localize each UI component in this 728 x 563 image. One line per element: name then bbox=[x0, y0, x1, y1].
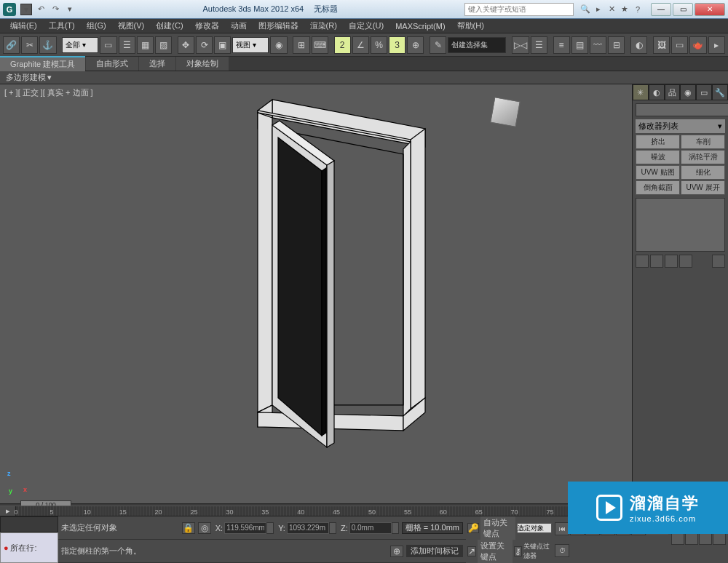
key-icon[interactable]: 🔑 bbox=[467, 523, 479, 533]
panel-tab-motion[interactable]: ◉ bbox=[680, 84, 696, 100]
menu-create[interactable]: 创建(C) bbox=[150, 20, 189, 31]
qat-more-icon[interactable]: ▾ bbox=[64, 4, 76, 15]
maximize-button[interactable]: ▭ bbox=[673, 3, 693, 16]
schematic-view-icon[interactable]: ⊟ bbox=[608, 36, 625, 54]
use-pivot-icon[interactable]: ◉ bbox=[270, 36, 287, 54]
menu-maxscript[interactable]: MAXScript(M) bbox=[389, 22, 451, 31]
infocenter-search-icon[interactable]: 🔍 bbox=[579, 4, 591, 15]
panel-tab-create[interactable]: ✳ bbox=[633, 84, 649, 100]
mod-lathe-button[interactable]: 车削 bbox=[681, 135, 725, 149]
coord-z-spinner[interactable] bbox=[392, 522, 399, 534]
object-name-input[interactable] bbox=[636, 103, 728, 116]
coord-z-input[interactable] bbox=[349, 522, 392, 534]
subscription-icon[interactable]: ▸ bbox=[593, 4, 604, 15]
help-search-input[interactable] bbox=[464, 3, 574, 16]
select-move-icon[interactable]: ✥ bbox=[178, 36, 194, 54]
undo-icon[interactable]: ↶ bbox=[35, 4, 47, 15]
modifier-stack[interactable] bbox=[636, 198, 725, 252]
curve-editor-icon[interactable]: 〰 bbox=[590, 36, 606, 54]
exchange-icon[interactable]: ✕ bbox=[606, 4, 617, 15]
select-object-icon[interactable]: ▭ bbox=[100, 36, 116, 54]
remove-modifier-icon[interactable] bbox=[679, 255, 692, 268]
mod-bevelprofile-button[interactable]: 倒角截面 bbox=[636, 180, 680, 195]
coord-x-input[interactable] bbox=[224, 522, 266, 534]
coord-y-spinner[interactable] bbox=[329, 522, 336, 534]
mod-unwrapuvw-button[interactable]: UVW 展开 bbox=[681, 180, 725, 195]
menu-tools[interactable]: 工具(T) bbox=[43, 20, 81, 31]
close-button[interactable]: ✕ bbox=[695, 3, 725, 16]
material-editor-icon[interactable]: ◐ bbox=[630, 36, 647, 54]
panel-tab-utilities[interactable]: 🔧 bbox=[712, 84, 728, 100]
ribbon-tab-graphite[interactable]: Graphite 建模工具 bbox=[0, 56, 85, 71]
redo-icon[interactable]: ↷ bbox=[50, 4, 61, 15]
help-icon[interactable]: ? bbox=[632, 4, 644, 15]
menu-modifiers[interactable]: 修改器 bbox=[189, 20, 225, 31]
snap-2d-icon[interactable]: 2 bbox=[334, 36, 351, 54]
minimize-button[interactable]: — bbox=[651, 3, 671, 16]
select-region-icon[interactable]: ▦ bbox=[137, 36, 154, 54]
panel-tab-modify[interactable]: ◐ bbox=[649, 84, 665, 100]
menu-group[interactable]: 组(G) bbox=[81, 20, 112, 31]
ribbon-tab-selection[interactable]: 选择 bbox=[139, 57, 175, 71]
select-by-name-icon[interactable]: ☰ bbox=[119, 36, 135, 54]
setkey-icon[interactable]: ↗ bbox=[467, 546, 476, 556]
mirror-icon[interactable]: ▷◁ bbox=[512, 36, 529, 54]
link-icon[interactable]: 🔗 bbox=[3, 36, 20, 54]
goto-start-icon[interactable]: ⏮ bbox=[555, 522, 569, 535]
menu-help[interactable]: 帮助(H) bbox=[451, 20, 490, 31]
show-end-result-icon[interactable] bbox=[650, 255, 663, 268]
mod-tessellate-button[interactable]: 细化 bbox=[681, 165, 725, 180]
ribbon-tab-objectpaint[interactable]: 对象绘制 bbox=[176, 57, 229, 71]
comm-center-icon[interactable]: ⊕ bbox=[390, 546, 403, 557]
unlink-icon[interactable]: ✂ bbox=[21, 36, 38, 54]
edit-named-sel-icon[interactable]: ✎ bbox=[430, 36, 446, 54]
window-crossing-icon[interactable]: ▨ bbox=[155, 36, 172, 54]
ref-coord-dropdown[interactable]: 视图 ▾ bbox=[232, 37, 269, 53]
coord-y-input[interactable] bbox=[287, 522, 329, 534]
bind-icon[interactable]: ⚓ bbox=[39, 36, 56, 54]
render-production-icon[interactable]: 🫖 bbox=[689, 36, 706, 54]
rendered-frame-icon[interactable]: ▭ bbox=[671, 36, 688, 54]
viewcube[interactable] bbox=[488, 95, 523, 129]
align-icon[interactable]: ☰ bbox=[531, 36, 547, 54]
script-listener[interactable]: ● 所在行: bbox=[0, 532, 58, 563]
menu-grapheditors[interactable]: 图形编辑器 bbox=[253, 20, 304, 31]
pin-stack-icon[interactable] bbox=[636, 255, 649, 268]
autokey-button[interactable]: 自动关键点 bbox=[480, 516, 515, 540]
render-icon[interactable]: ▸ bbox=[708, 36, 725, 54]
layers-icon[interactable]: ≡ bbox=[553, 36, 570, 54]
spinner-snap-icon[interactable]: ⊕ bbox=[407, 36, 424, 54]
selection-lock-icon[interactable]: 🔒 bbox=[182, 522, 195, 534]
layer-manager-icon[interactable]: ▤ bbox=[571, 36, 588, 54]
setkey-button[interactable]: 设置关键点 bbox=[478, 540, 513, 563]
snap-percent-icon[interactable]: % bbox=[371, 36, 387, 54]
mod-uvwmap-button[interactable]: UVW 贴图 bbox=[636, 165, 680, 180]
isolate-icon[interactable]: ◎ bbox=[198, 522, 211, 534]
ribbon-tab-freeform[interactable]: 自由形式 bbox=[86, 57, 138, 71]
time-tag-label[interactable]: 添加时间标记 bbox=[406, 545, 463, 557]
modifier-list-dropdown[interactable]: 修改器列表▾ bbox=[636, 119, 725, 133]
select-manipulate-icon[interactable]: ⊞ bbox=[293, 36, 309, 54]
coord-x-spinner[interactable] bbox=[266, 522, 274, 534]
panel-tab-display[interactable]: ▭ bbox=[696, 84, 712, 100]
key-filters-icon[interactable]: ⚷ bbox=[514, 546, 522, 556]
snap-angle-icon[interactable]: ∠ bbox=[352, 36, 369, 54]
favorites-icon[interactable]: ★ bbox=[619, 4, 630, 15]
panel-tab-hierarchy[interactable]: 品 bbox=[665, 84, 681, 100]
select-scale-icon[interactable]: ▣ bbox=[214, 36, 231, 54]
menu-edit[interactable]: 编辑(E) bbox=[4, 20, 43, 31]
viewport[interactable]: [ + ][ 正交 ][ 真实 + 边面 ] z x y bbox=[0, 84, 632, 503]
selection-filter-dropdown[interactable]: 全部 ▾ bbox=[62, 37, 98, 53]
named-selection-dropdown[interactable]: 创建选择集 bbox=[448, 37, 506, 53]
chevron-down-icon[interactable]: ▾ bbox=[47, 73, 52, 82]
menu-views[interactable]: 视图(V) bbox=[112, 20, 151, 31]
app-logo-icon[interactable]: G bbox=[3, 3, 16, 16]
qat-dropdown-icon[interactable]: ▾ bbox=[20, 4, 32, 15]
select-rotate-icon[interactable]: ⟳ bbox=[196, 36, 213, 54]
menu-customize[interactable]: 自定义(U) bbox=[343, 20, 389, 31]
menu-rendering[interactable]: 渲染(R) bbox=[304, 20, 343, 31]
mini-curve-editor[interactable] bbox=[0, 516, 58, 532]
time-config-icon[interactable]: ⏱ bbox=[555, 544, 569, 557]
key-filters-button[interactable]: 关键点过滤器 bbox=[523, 542, 552, 561]
viewport-label[interactable]: [ + ][ 正交 ][ 真实 + 边面 ] bbox=[4, 87, 93, 98]
